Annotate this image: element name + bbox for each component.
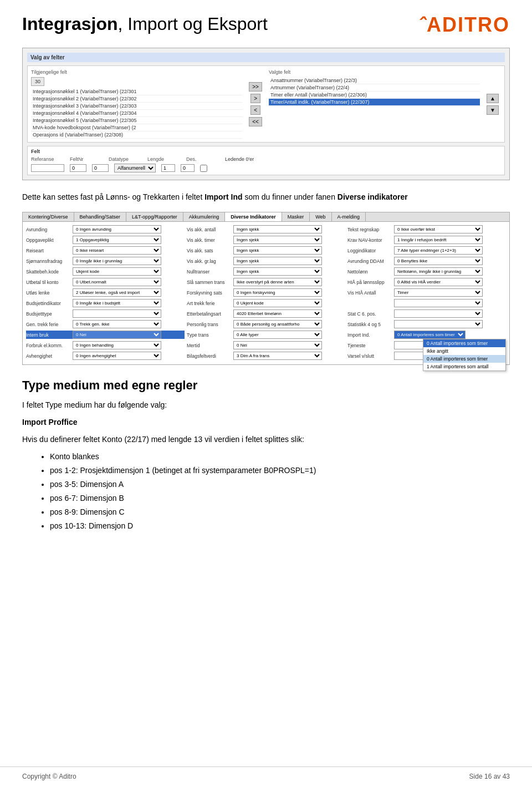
move-right-btn[interactable]: >> bbox=[249, 82, 262, 92]
form-cell-col2-row5: Slå sammen transIkke overstyrt på denne … bbox=[187, 278, 345, 286]
left-list-item[interactable]: Integrasjonsnøkkel 5 (VariabelTranser) (… bbox=[31, 117, 242, 124]
form-label-col2-row4: Nulltranser bbox=[187, 269, 231, 275]
form-cell-col3-row5: HIÅ på lønnsslipp0 Alltid vis HIÅ verdie… bbox=[347, 278, 506, 286]
popup-item[interactable]: 0 Antall importeres som timer bbox=[423, 355, 505, 363]
left-list-item[interactable]: Integrasjonsnøkkel 4 (VariabelTranser) (… bbox=[31, 110, 242, 117]
form-select-col3-row8[interactable] bbox=[394, 309, 483, 318]
form-select-col1-row6[interactable]: 2 Utløser lenke, også ved import bbox=[73, 288, 161, 297]
move-right-single-btn[interactable]: > bbox=[250, 94, 260, 103]
move-left-btn[interactable]: << bbox=[249, 117, 262, 126]
tab-diverse-indikatorer[interactable]: Diverse Indikatorer bbox=[225, 212, 282, 221]
left-list-item[interactable]: Integrasjonsnøkkel 2 (VariabelTranser) (… bbox=[31, 95, 242, 103]
intro-paragraph: Dette kan settes fast på Lønns- og Trekk… bbox=[22, 191, 510, 203]
tab-content: Avrunding0 Ingen avrundingVis akk. antal… bbox=[23, 222, 509, 364]
title-normal: , Import og Eksport bbox=[117, 14, 267, 34]
form-select-col2-row3[interactable]: Ingen sjekk bbox=[233, 257, 322, 265]
form-select-col2-row7[interactable]: 0 Ukjent kode bbox=[233, 299, 322, 307]
form-cell-col2-row11: Mertid0 Nei bbox=[187, 341, 345, 349]
form-select-col2-row0[interactable]: Ingen sjekk bbox=[233, 225, 322, 233]
referanse-input[interactable] bbox=[31, 164, 64, 172]
form-select-col1-row11[interactable]: 0 Ingen behandling bbox=[73, 341, 161, 349]
form-label-col3-row4: Nettolønn bbox=[347, 269, 392, 275]
ledende-checkbox[interactable] bbox=[200, 165, 207, 172]
form-select-col2-row1[interactable]: Ingen sjekk bbox=[233, 236, 322, 244]
tab-web[interactable]: Web bbox=[310, 212, 331, 221]
bullet-item: pos 6-7: Dimensjon B bbox=[50, 493, 510, 504]
form-select-col1-row8[interactable] bbox=[73, 309, 161, 318]
form-select-col2-row4[interactable]: Ingen sjekk bbox=[233, 267, 322, 276]
tab-behandling-satser[interactable]: Behandling/Satser bbox=[74, 212, 127, 221]
form-label-col1-row1: Oppgaveplikt bbox=[26, 237, 70, 243]
form-select-col2-row10[interactable]: 0 Alle typer bbox=[233, 331, 322, 339]
form-select-col3-row5[interactable]: 0 Alltid vis HIÅ verdier bbox=[394, 278, 483, 286]
feltnr-input2[interactable] bbox=[92, 164, 109, 172]
form-select-col2-row9[interactable]: 0 Både personlig og ansattforho bbox=[233, 320, 322, 328]
lengde-input[interactable] bbox=[161, 164, 175, 172]
form-select-col3-row2[interactable]: 7 Alle typer endringer (1+2+3) bbox=[394, 246, 483, 255]
form-select-col3-row6[interactable]: Timer bbox=[394, 288, 483, 297]
tab-kontering-diverse[interactable]: Kontering/Diverse bbox=[23, 212, 74, 221]
form-cell-col2-row1: Vis akk. timerIngen sjekk bbox=[187, 236, 345, 244]
form-select-col1-row5[interactable]: 0 Utbet.normalt bbox=[73, 278, 161, 286]
tab-akkumulering[interactable]: Akkumulering bbox=[183, 212, 226, 221]
form-cell-col1-row2: Reiseart0 Ikke reiseart bbox=[26, 246, 185, 255]
move-left-single-btn[interactable]: < bbox=[250, 105, 260, 115]
tab-a-melding[interactable]: A-melding bbox=[332, 212, 366, 221]
import-ind-select[interactable]: 0 Antall importeres som timer bbox=[394, 331, 466, 339]
form-select-col3-row3[interactable]: 0 Benyttes ikke bbox=[394, 257, 483, 265]
form-select-col2-row5[interactable]: Ikke overstyrt på denne arten bbox=[233, 278, 322, 286]
right-list-item[interactable]: Artnummer (VariabelTranser) (22/4) bbox=[269, 84, 480, 92]
form-select-col3-row9[interactable] bbox=[394, 320, 483, 328]
left-list-item[interactable]: Integrasjonsnøkkel 1 (VariabelTranser) (… bbox=[31, 88, 242, 95]
left-list-item[interactable]: Integrasjonsnøkkel 3 (VariabelTranser) (… bbox=[31, 103, 242, 110]
form-select-col2-row12[interactable]: 3 Dim A fra trans bbox=[233, 352, 322, 360]
right-list-item[interactable]: Ansattnummer (VariabelTranser) (22/3) bbox=[269, 77, 480, 84]
form-select-col1-row3[interactable]: 0 Inngår ikke i grunnlag bbox=[73, 257, 161, 265]
datatype-select[interactable]: Alfanumerell bbox=[114, 164, 156, 172]
popup-item[interactable]: 1 Antall importeres som antall bbox=[423, 363, 505, 370]
form-cell-col2-row8: Etterbetalingsart4020 Etterbet timelønn bbox=[187, 309, 345, 318]
checkbox-ledende: Ledende 0'er bbox=[225, 156, 254, 162]
right-list-item[interactable]: Timer eller Antall (VariabelTranser) (22… bbox=[269, 92, 480, 99]
form-select-col1-row4[interactable]: Ukjent kode bbox=[73, 267, 161, 276]
form-select-col2-row2[interactable]: Ingen sjekk bbox=[233, 246, 322, 255]
left-list-item[interactable]: MVA-kode hovedbokspost (VariabelTranser)… bbox=[31, 124, 242, 131]
form-select-col1-row9[interactable]: 0 Trekk gen. ikke bbox=[73, 320, 161, 328]
form-grid: Avrunding0 Ingen avrundingVis akk. antal… bbox=[26, 225, 506, 361]
form-select-col1-row10[interactable]: 0 Nei bbox=[73, 331, 161, 339]
datatype-label: Datatype bbox=[109, 156, 142, 162]
tab-masker[interactable]: Masker bbox=[282, 212, 310, 221]
form-select-col3-row0[interactable]: 0 Ikke overfør tekst bbox=[394, 225, 483, 233]
form-cell-col1-row4: Skattebeh.kodeUkjent kode bbox=[26, 267, 185, 276]
dialog-screenshot-1: Valg av felter Tilgjengelige felt 30 Int… bbox=[22, 48, 510, 180]
move-up-btn[interactable]: ▲ bbox=[487, 94, 499, 103]
form-select-col3-row4[interactable]: Nettolønn, inngår ikke i grunnlag bbox=[394, 267, 483, 276]
form-select-col2-row6[interactable]: 0 Ingen forskyvning bbox=[233, 288, 322, 297]
form-select-col2-row11[interactable]: 0 Nei bbox=[233, 341, 322, 349]
form-select-col1-row2[interactable]: 0 Ikke reiseart bbox=[73, 246, 161, 255]
form-label-col3-row12: Varsel v/slutt bbox=[347, 353, 392, 359]
proffice-text: Hvis du definerer feltet Konto (22/17) m… bbox=[22, 434, 510, 445]
form-label-col1-row12: Avhengighet bbox=[26, 353, 70, 359]
form-cell-col3-row9: Statistikk 4 og 5 bbox=[347, 320, 506, 328]
move-down-btn[interactable]: ▼ bbox=[487, 105, 499, 115]
tab-l-t-oppg-rapporter[interactable]: L&T-oppg/Rapporter bbox=[126, 212, 183, 221]
form-select-col1-row7[interactable]: 0 Inngår ikke i budsjett bbox=[73, 299, 161, 307]
form-label-col1-row6: Utløs lenke bbox=[26, 290, 70, 296]
form-select-col3-row7[interactable] bbox=[394, 299, 483, 307]
form-label-col2-row5: Slå sammen trans bbox=[187, 280, 231, 285]
feltnr-input[interactable] bbox=[70, 164, 86, 172]
form-select-col1-row1[interactable]: 1 Oppgavepliktig bbox=[73, 236, 161, 244]
right-list-item[interactable]: Timer/Antall indik. (VariabelTranser) (2… bbox=[269, 99, 480, 106]
popup-item[interactable]: 0 Antall importeres som timer bbox=[423, 339, 505, 347]
form-select-col3-row1[interactable]: 1 Inngår i refusjon bedrift bbox=[394, 236, 483, 244]
form-select-col2-row8[interactable]: 4020 Etterbet timelønn bbox=[233, 309, 322, 318]
form-select-col1-row0[interactable]: 0 Ingen avrunding bbox=[73, 225, 161, 233]
form-label-col3-row1: Krav NAV-kontor bbox=[347, 237, 392, 243]
left-list-item[interactable]: Operasjons id (VariabelTranser) (22/308) bbox=[31, 131, 242, 139]
popup-item[interactable]: Ikke angitt bbox=[423, 347, 505, 355]
form-select-col1-row12[interactable]: 0 Ingen avhengighet bbox=[73, 352, 161, 360]
des-input[interactable] bbox=[181, 164, 195, 172]
form-cell-col3-row7 bbox=[347, 299, 506, 307]
form-cell-col3-row8: Stat C 6. pos. bbox=[347, 309, 506, 318]
